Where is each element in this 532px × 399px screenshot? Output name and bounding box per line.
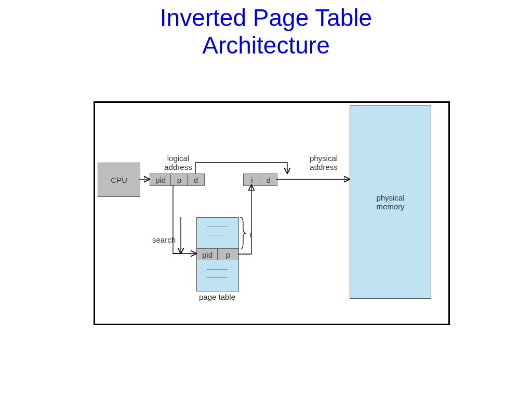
physical-address-label: physical address	[303, 154, 344, 172]
logical-p-cell: p	[170, 174, 188, 186]
page-table-lower	[196, 260, 239, 291]
title-line2: Architecture	[202, 32, 329, 59]
physical-memory-block: physical memory	[350, 105, 431, 299]
cpu-block: CPU	[98, 163, 140, 197]
brace-icon	[239, 217, 247, 249]
pt-entry-line	[207, 235, 228, 235]
search-label: search	[152, 235, 176, 244]
pt-entry-line	[207, 227, 228, 227]
page-table-upper	[196, 217, 239, 249]
diagram-frame: physical memory CPU pid p d i d pid p lo…	[94, 101, 450, 325]
index-i-label: i	[250, 230, 251, 239]
physical-d-cell: d	[260, 174, 277, 186]
logical-pid-cell: pid	[150, 174, 171, 186]
logical-d-cell: d	[187, 174, 205, 186]
title-line1: Inverted Page Table	[160, 4, 372, 31]
cpu-label: CPU	[111, 176, 127, 184]
page-table-label: page table	[196, 292, 238, 301]
pt-entry-line	[207, 277, 228, 278]
physmem-label: physical memory	[376, 193, 404, 211]
physical-i-cell: i	[243, 174, 261, 186]
page-title: Inverted Page Table Architecture	[0, 0, 532, 59]
page-table-pid-cell: pid	[196, 248, 218, 261]
pt-entry-line	[207, 269, 228, 270]
page-table-p-cell: p	[217, 248, 239, 261]
logical-address-label: logical address	[157, 154, 199, 172]
